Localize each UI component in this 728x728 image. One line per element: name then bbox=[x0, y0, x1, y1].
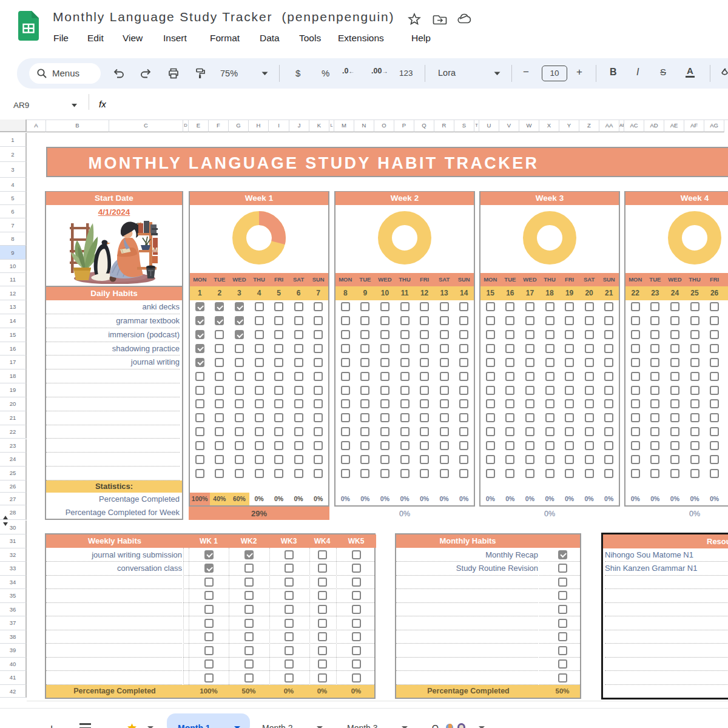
svg-text:M: M bbox=[152, 246, 158, 254]
